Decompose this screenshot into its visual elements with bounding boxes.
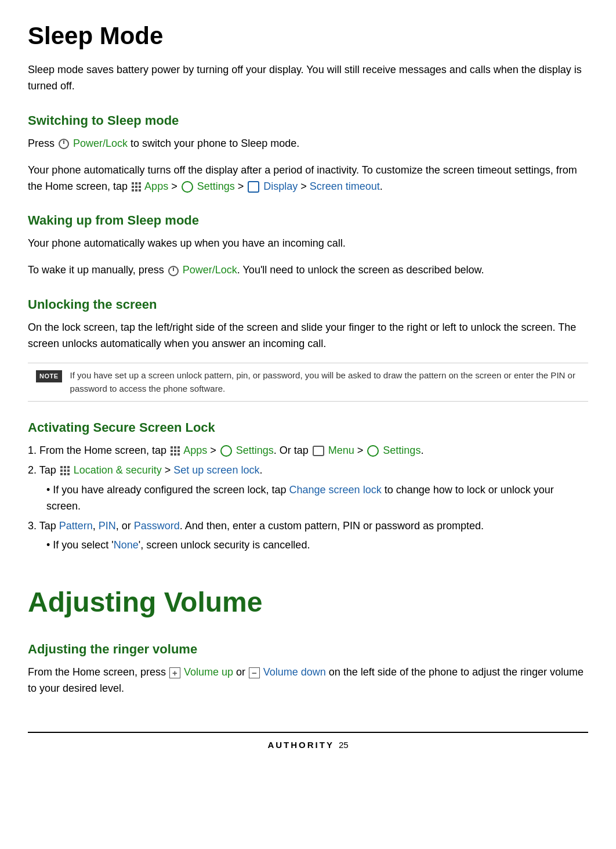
apps-grid-icon1 bbox=[132, 182, 141, 192]
switching-para2: Your phone automatically turns off the d… bbox=[28, 162, 588, 195]
change-screen-lock-link: Change screen lock bbox=[289, 484, 382, 496]
apps-grid-icon2 bbox=[171, 446, 180, 456]
volume-up-link: Volume up bbox=[184, 666, 233, 678]
menu-link: Menu bbox=[328, 445, 354, 456]
apps-link1: Apps bbox=[144, 180, 168, 192]
power-lock-icon1 bbox=[59, 139, 69, 149]
settings-link2: Settings bbox=[236, 445, 274, 456]
settings-icon3 bbox=[367, 445, 379, 457]
apps-grid-icon3 bbox=[60, 466, 70, 475]
settings-link1: Settings bbox=[197, 180, 235, 192]
footer-page-number: 25 bbox=[339, 739, 349, 752]
steps-list: 1. From the Home screen, tap Apps > Sett… bbox=[28, 443, 588, 554]
display-icon1 bbox=[248, 181, 259, 193]
settings-icon2 bbox=[220, 445, 232, 457]
step-3a: • If you select 'None', screen unlock se… bbox=[28, 537, 588, 554]
volume-down-link: Volume down bbox=[263, 666, 326, 678]
step-3: 3. Tap Pattern, PIN, or Password. And th… bbox=[28, 518, 588, 534]
set-up-screen-lock-link: Set up screen lock bbox=[173, 464, 259, 476]
section-heading-activating: Activating Secure Screen Lock bbox=[28, 418, 588, 437]
power-lock-link2: Power/Lock bbox=[183, 264, 237, 276]
big-section-title: Adjusting Volume bbox=[28, 581, 588, 623]
step-1: 1. From the Home screen, tap Apps > Sett… bbox=[28, 443, 588, 459]
volume-down-icon: − bbox=[249, 667, 260, 678]
menu-icon1 bbox=[313, 446, 324, 456]
waking-para2: To wake it up manually, press Power/Lock… bbox=[28, 262, 588, 279]
volume-up-icon: + bbox=[169, 667, 180, 678]
step-2a: • If you have already configured the scr… bbox=[28, 482, 588, 515]
settings-icon1 bbox=[182, 181, 193, 193]
power-lock-icon2 bbox=[168, 266, 179, 276]
ringer-volume-heading: Adjusting the ringer volume bbox=[28, 640, 588, 659]
location-security-link: Location & security bbox=[74, 464, 162, 476]
page-title: Sleep Mode bbox=[28, 17, 588, 54]
pattern-link: Pattern bbox=[59, 520, 93, 532]
waking-para1: Your phone automatically wakes up when y… bbox=[28, 236, 588, 252]
password-link: Password bbox=[134, 520, 180, 532]
note-box: NOTE If you have set up a screen unlock … bbox=[28, 363, 588, 402]
none-link: None bbox=[114, 539, 139, 551]
unlocking-para1: On the lock screen, tap the left/right s… bbox=[28, 320, 588, 352]
note-text: If you have set up a screen unlock patte… bbox=[70, 369, 580, 395]
switching-para1: Press Power/Lock to switch your phone to… bbox=[28, 136, 588, 152]
footer-brand: AUTHORITY bbox=[267, 739, 334, 752]
section-heading-waking: Waking up from Sleep mode bbox=[28, 211, 588, 230]
apps-link2: Apps bbox=[183, 445, 207, 456]
power-lock-link1: Power/Lock bbox=[73, 138, 128, 149]
display-link1: Display bbox=[263, 180, 298, 192]
intro-text: Sleep mode saves battery power by turnin… bbox=[28, 62, 588, 95]
screen-timeout-link: Screen timeout bbox=[310, 180, 380, 192]
pin-link: PIN bbox=[99, 520, 116, 532]
settings-link3: Settings bbox=[383, 445, 421, 456]
note-badge: NOTE bbox=[36, 370, 62, 382]
section-heading-unlocking: Unlocking the screen bbox=[28, 295, 588, 314]
footer: AUTHORITY 25 bbox=[28, 732, 588, 752]
section-heading-switching: Switching to Sleep mode bbox=[28, 111, 588, 130]
ringer-volume-text: From the Home screen, press + Volume up … bbox=[28, 664, 588, 697]
step-2: 2. Tap Location & security > Set up scre… bbox=[28, 463, 588, 479]
